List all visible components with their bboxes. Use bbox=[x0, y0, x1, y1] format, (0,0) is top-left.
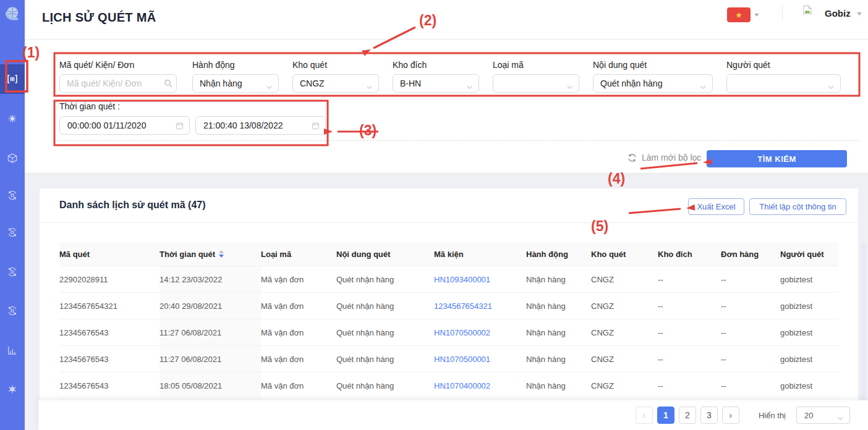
scan-code-input[interactable] bbox=[59, 74, 177, 93]
filter-label-dest-warehouse: Kho đích bbox=[393, 60, 427, 70]
cell-scanner: gobiztest bbox=[780, 328, 838, 337]
transfer-box-icon bbox=[6, 189, 19, 201]
date-to-input[interactable]: 21:00:40 13/08/2022 bbox=[195, 116, 326, 135]
page-button-2[interactable]: 2 bbox=[679, 407, 696, 424]
sidebar-item-transfer-2[interactable] bbox=[0, 217, 25, 247]
cell-scan-code: 12345676543 bbox=[59, 381, 160, 390]
language-selector[interactable]: ★ bbox=[727, 7, 751, 22]
sidebar-item-network[interactable] bbox=[0, 374, 25, 404]
search-button[interactable]: TÌM KIẾM bbox=[707, 150, 847, 167]
sidebar-item-transfer-4[interactable] bbox=[0, 296, 25, 326]
table-row: 12345676543 18:05 05/08/2021 Mã vận đơn … bbox=[59, 373, 838, 399]
table-row: 12345676543 11:27 06/08/2021 Mã vận đơn … bbox=[59, 319, 838, 346]
action-select[interactable]: Nhận hàng bbox=[192, 74, 279, 93]
col-header-scan-warehouse: Kho quét bbox=[591, 250, 658, 259]
page-size-select[interactable]: 20 bbox=[796, 407, 850, 424]
cell-scan-content: Quét nhận hàng bbox=[336, 301, 434, 311]
package-code-link[interactable]: HN1093400001 bbox=[434, 275, 526, 284]
package-code-link[interactable]: HN1070500001 bbox=[434, 355, 526, 364]
scan-barcode-icon bbox=[6, 72, 19, 86]
cell-scan-content: Quét nhận hàng bbox=[336, 328, 434, 337]
cell-scanner: gobiztest bbox=[780, 355, 838, 364]
cell-scan-time: 11:27 06/08/2021 bbox=[160, 346, 261, 372]
page-size-label: Hiển thị bbox=[759, 411, 786, 420]
reset-filter-button[interactable]: Làm mới bộ lọc bbox=[628, 153, 701, 162]
list-title: Danh sách lịch sử quét mã (47) bbox=[59, 200, 206, 211]
cell-dest-warehouse: -- bbox=[658, 355, 721, 364]
cell-code-type: Mã vận đơn bbox=[261, 355, 336, 364]
cell-action: Nhận hàng bbox=[526, 301, 591, 311]
table-row: 22902028911 14:12 23/03/2022 Mã vận đơn … bbox=[59, 266, 838, 293]
cell-order: -- bbox=[721, 355, 780, 364]
page-button-3[interactable]: 3 bbox=[700, 407, 718, 424]
chevron-down-icon bbox=[566, 82, 573, 91]
cell-order: -- bbox=[721, 275, 780, 284]
sort-asc-icon bbox=[219, 250, 224, 253]
sidebar-item-statistics[interactable] bbox=[0, 335, 25, 365]
user-caret-icon[interactable] bbox=[857, 12, 862, 15]
cell-scanner: gobiztest bbox=[780, 381, 838, 390]
date-from-input[interactable]: 00:00:00 01/11/2020 bbox=[59, 116, 190, 135]
cell-scan-time: 11:27 06/08/2021 bbox=[160, 319, 261, 345]
sort-control[interactable] bbox=[219, 250, 224, 258]
col-header-scan-code: Mã quét bbox=[59, 250, 160, 259]
export-excel-button[interactable]: Xuất Excel bbox=[688, 198, 744, 215]
scan-history-list: Danh sách lịch sử quét mã (47) Xuất Exce… bbox=[40, 188, 858, 430]
cell-dest-warehouse: -- bbox=[658, 301, 721, 311]
globe-logo-icon bbox=[2, 4, 22, 23]
avatar[interactable] bbox=[802, 5, 812, 17]
filter-label-scan-warehouse: Kho quét bbox=[292, 60, 327, 70]
sidebar bbox=[0, 0, 25, 430]
scrollbar-track[interactable] bbox=[861, 242, 866, 399]
package-code-link[interactable]: HN1070400002 bbox=[434, 381, 526, 390]
sidebar-item-transfer-3[interactable] bbox=[0, 257, 25, 287]
col-header-scan-content: Nội dung quét bbox=[336, 250, 434, 259]
package-code-link[interactable]: HN1070500002 bbox=[434, 328, 526, 337]
prev-page-button[interactable]: ‹ bbox=[636, 407, 653, 424]
scan-time-label: Thời gian quét : bbox=[59, 101, 120, 111]
col-header-package-code: Mã kiện bbox=[434, 250, 526, 259]
filter-panel: Mã quét/ Kiện/ Đơn Hành động Nhận hàng K… bbox=[25, 40, 868, 174]
cell-dest-warehouse: -- bbox=[658, 381, 721, 390]
cell-action: Nhận hàng bbox=[526, 328, 591, 337]
scanner-select[interactable] bbox=[726, 74, 841, 93]
dest-warehouse-select[interactable]: B-HN bbox=[393, 74, 479, 93]
cell-scan-content: Quét nhận hàng bbox=[336, 355, 434, 364]
sidebar-item-transfer-1[interactable] bbox=[0, 180, 25, 210]
chevron-down-icon bbox=[266, 82, 273, 91]
sidebar-item-scan-history[interactable] bbox=[0, 64, 25, 94]
col-header-order: Đơn hàng bbox=[721, 250, 780, 259]
cell-action: Nhận hàng bbox=[526, 275, 591, 284]
topbar: LỊCH SỬ QUÉT MÃ ★ Gobiz bbox=[25, 0, 868, 40]
page-button-1[interactable]: 1 bbox=[657, 407, 674, 424]
cell-code-type: Mã vận đơn bbox=[261, 275, 336, 284]
user-menu[interactable]: Gobiz bbox=[825, 8, 851, 19]
column-settings-button[interactable]: Thiết lập cột thông tin bbox=[749, 198, 846, 215]
scan-warehouse-select[interactable]: CNGZ bbox=[292, 74, 379, 93]
next-page-button[interactable]: › bbox=[722, 407, 739, 424]
cell-scan-warehouse: CNGZ bbox=[591, 381, 658, 390]
filter-label-scanner: Người quét bbox=[726, 60, 770, 70]
cell-scan-warehouse: CNGZ bbox=[591, 328, 658, 337]
search-icon bbox=[164, 79, 172, 90]
scan-content-select[interactable]: Quét nhận hàng bbox=[593, 74, 713, 93]
language-caret-icon[interactable] bbox=[754, 14, 759, 17]
broken-image-icon bbox=[802, 5, 812, 15]
header-divider bbox=[782, 6, 783, 21]
cell-scan-code: 12345676543 bbox=[59, 328, 160, 337]
cell-scanner: gobiztest bbox=[780, 301, 838, 311]
sidebar-item-hub[interactable] bbox=[0, 104, 25, 133]
code-type-select[interactable] bbox=[493, 74, 579, 93]
transfer-box-icon bbox=[6, 226, 19, 238]
filter-label-action: Hành động bbox=[192, 60, 235, 70]
refresh-icon bbox=[628, 153, 637, 162]
app-logo[interactable] bbox=[0, 0, 25, 27]
cell-order: -- bbox=[721, 301, 780, 311]
package-code-link[interactable]: 1234567654321 bbox=[434, 301, 526, 311]
sidebar-item-package[interactable] bbox=[0, 143, 25, 173]
table-row: 12345676543 11:27 06/08/2021 Mã vận đơn … bbox=[59, 346, 838, 373]
cell-dest-warehouse: -- bbox=[658, 328, 721, 337]
cell-scan-warehouse: CNGZ bbox=[591, 301, 658, 311]
cell-scanner: gobiztest bbox=[780, 275, 838, 284]
cell-action: Nhận hàng bbox=[526, 381, 591, 390]
